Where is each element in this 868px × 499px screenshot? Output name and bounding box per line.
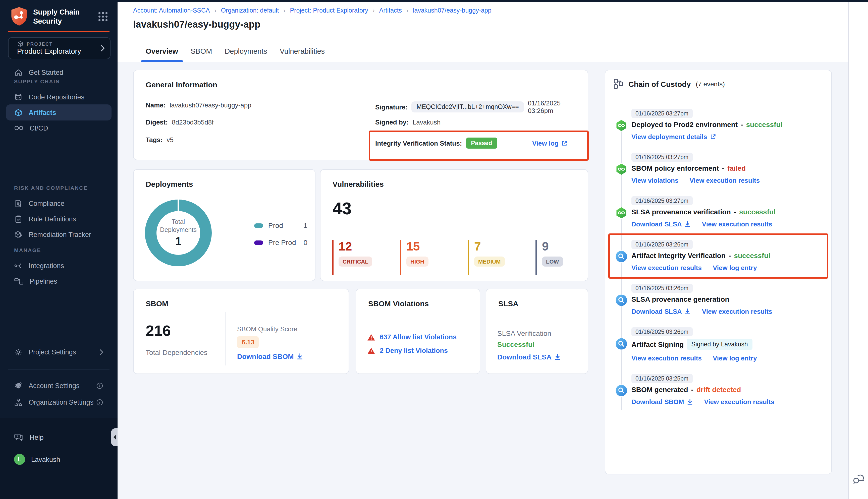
download-sbom-link[interactable]: Download SBOM bbox=[237, 352, 303, 361]
severity-count: 12 bbox=[339, 240, 400, 253]
download-slsa-link[interactable]: Download SLSA bbox=[631, 220, 691, 228]
breadcrumb-link-project-product-exploratory[interactable]: Project: Product Exploratory bbox=[290, 7, 368, 14]
sidebar-item-remediation-tracker[interactable]: Remediation Tracker bbox=[6, 227, 111, 242]
warning-triangle-icon bbox=[367, 333, 375, 341]
view-execution-results-link[interactable]: View execution results bbox=[689, 177, 760, 184]
pipeline-icon bbox=[615, 119, 628, 132]
chat-question-icon: ? bbox=[14, 433, 24, 441]
chevron-right-icon bbox=[100, 45, 105, 52]
svg-text:?: ? bbox=[16, 434, 19, 438]
project-selector[interactable]: PROJECT Product Exploratory bbox=[8, 37, 110, 59]
breadcrumb-link-artifacts[interactable]: Artifacts bbox=[379, 7, 402, 14]
event-timestamp: 01/16/2025 03:26pm bbox=[631, 240, 692, 249]
sidebar-item-label: Rule Definitions bbox=[29, 215, 76, 223]
info-icon[interactable] bbox=[96, 382, 104, 389]
view-execution-results-link[interactable]: View execution results bbox=[702, 220, 772, 228]
name-label: Name: bbox=[146, 101, 166, 109]
sidebar-item-account-settings[interactable]: Account Settings bbox=[6, 378, 111, 393]
info-icon[interactable] bbox=[96, 398, 104, 406]
violation-link[interactable]: 2 Deny list Violations bbox=[380, 347, 448, 354]
breadcrumb-link-account-automation-ssca[interactable]: Account: Automation-SSCA bbox=[133, 7, 210, 14]
severity-badge: CRITICAL bbox=[339, 257, 373, 267]
shield-logo-icon bbox=[10, 7, 28, 27]
breadcrumb-link-lavakush07-easy-buggy-app[interactable]: lavakush07/easy-buggy-app bbox=[413, 7, 492, 14]
sidebar-item-get-started[interactable]: Get Started bbox=[6, 64, 111, 80]
violation-link[interactable]: 637 Allow list Violations bbox=[380, 333, 457, 341]
download-sbom-link[interactable]: Download SBOM bbox=[631, 398, 693, 406]
sbom-quality-score: 6.13 bbox=[237, 336, 259, 348]
external-link-icon bbox=[561, 140, 568, 146]
scan-icon bbox=[615, 294, 628, 307]
sidebar-item-rule-definitions[interactable]: Rule Definitions bbox=[6, 211, 111, 227]
integrations-share-icon bbox=[14, 261, 23, 270]
view-execution-results-link[interactable]: View execution results bbox=[702, 308, 772, 315]
view-execution-results-link[interactable]: View execution results bbox=[631, 354, 702, 362]
breadcrumb-separator: › bbox=[373, 7, 375, 14]
app-grid-icon[interactable] bbox=[97, 11, 108, 22]
nav-section-label: RISK AND COMPLIANCE bbox=[14, 185, 88, 191]
sidebar-item-ci-cd[interactable]: CI/CD bbox=[6, 120, 111, 136]
sidebar-item-pipelines[interactable]: Pipelines bbox=[6, 273, 111, 289]
download-slsa-link[interactable]: Download SLSA bbox=[631, 308, 691, 315]
sbom-total-label: Total Dependencies bbox=[146, 349, 207, 356]
tab-vulnerabilities[interactable]: Vulnerabilities bbox=[280, 47, 325, 62]
signature-value[interactable]: MEQCICde2VjIT...bL+2+mqnOXw== bbox=[412, 101, 524, 112]
view-deployment-details-link[interactable]: View deployment details bbox=[631, 133, 716, 141]
sidebar-item-integrations[interactable]: Integrations bbox=[6, 257, 111, 273]
breadcrumb-separator: › bbox=[406, 7, 408, 14]
timeline-event-artifact-signing: 01/16/2025 03:26pmArtifact SigningSigned… bbox=[610, 327, 826, 362]
avatar: L bbox=[14, 454, 25, 465]
view-log-entry-link[interactable]: View log entry bbox=[713, 354, 757, 362]
pipeline-icon bbox=[615, 206, 628, 219]
sidebar-item-label: Account Settings bbox=[29, 382, 80, 389]
card-title: Vulnerabilities bbox=[333, 180, 384, 188]
tab-bar: OverviewSBOMDeploymentsVulnerabilities bbox=[146, 47, 325, 62]
warning-triangle-icon bbox=[367, 347, 375, 354]
sidebar-item-compliance[interactable]: Compliance bbox=[6, 195, 111, 211]
user-menu[interactable]: L Lavakush bbox=[6, 451, 111, 467]
sidebar-item-project-settings[interactable]: Project Settings bbox=[6, 344, 111, 360]
event-status: successful bbox=[746, 121, 783, 129]
pipelines-nodes-icon bbox=[14, 277, 24, 285]
sidebar-item-help[interactable]: ? Help bbox=[6, 429, 111, 445]
brand: Supply ChainSecurity bbox=[10, 7, 80, 27]
slsa-verification-status: Successful bbox=[497, 340, 534, 349]
slsa-card: SLSA SLSA Verification Successful Downlo… bbox=[486, 289, 588, 374]
event-timestamp: 01/16/2025 03:27pm bbox=[631, 153, 692, 162]
donut-total: 1 bbox=[175, 235, 182, 248]
event-title: Artifact Signing bbox=[631, 340, 684, 349]
view-execution-results-link[interactable]: View execution results bbox=[631, 264, 702, 271]
severity-badge: HIGH bbox=[406, 257, 428, 267]
panel-title: Chain of Custody bbox=[628, 80, 691, 88]
sidebar-item-organization-settings[interactable]: Organization Settings bbox=[6, 394, 111, 410]
deployments-legend: Prod1Pre Prod0 bbox=[254, 217, 304, 251]
chat-bubbles-icon[interactable] bbox=[853, 474, 865, 485]
home-icon bbox=[14, 68, 23, 76]
view-log-link[interactable]: View log bbox=[532, 139, 568, 147]
timeline-event-slsa-provenance-verification: 01/16/2025 03:27pmSLSA provenance verifi… bbox=[610, 196, 826, 228]
view-violations-link[interactable]: View violations bbox=[631, 177, 678, 184]
tab-overview[interactable]: Overview bbox=[146, 47, 178, 62]
severity-badge: LOW bbox=[542, 257, 563, 267]
tab-sbom[interactable]: SBOM bbox=[191, 47, 212, 62]
card-title: SBOM bbox=[146, 299, 168, 308]
signed-by-label: Signed by: bbox=[375, 119, 409, 126]
download-slsa-link[interactable]: Download SLSA bbox=[497, 353, 561, 361]
sidebar: Supply ChainSecurity PROJECT Product Exp… bbox=[0, 0, 118, 499]
vulnerabilities-card: Vulnerabilities 43 12CRITICAL15HIGH7MEDI… bbox=[320, 169, 588, 281]
signed-by-badge: Signed by Lavakush bbox=[687, 339, 752, 350]
sidebar-item-code-repositories[interactable]: Code Repositories bbox=[6, 89, 111, 105]
sidebar-item-artifacts[interactable]: Artifacts bbox=[6, 105, 111, 121]
sidebar-collapse-handle[interactable] bbox=[111, 428, 118, 446]
sidebar-item-label: Code Repositories bbox=[29, 93, 84, 101]
breadcrumb-link-organization-default[interactable]: Organization: default bbox=[221, 7, 279, 14]
code-repository-icon bbox=[14, 93, 23, 101]
view-log-entry-link[interactable]: View log entry bbox=[713, 264, 757, 271]
violations-list: 637 Allow list Violations2 Deny list Vio… bbox=[367, 330, 457, 357]
sbom-card: SBOM 216 Total Dependencies SBOM Quality… bbox=[133, 289, 349, 374]
content: General Information Name: lavakush07/eas… bbox=[118, 62, 868, 499]
event-title: Artifact Integrity Verification bbox=[631, 252, 726, 259]
timeline-events: 01/16/2025 03:27pmDeployed to Prod2 envi… bbox=[610, 108, 826, 417]
tab-deployments[interactable]: Deployments bbox=[225, 47, 267, 62]
view-execution-results-link[interactable]: View execution results bbox=[704, 398, 774, 406]
